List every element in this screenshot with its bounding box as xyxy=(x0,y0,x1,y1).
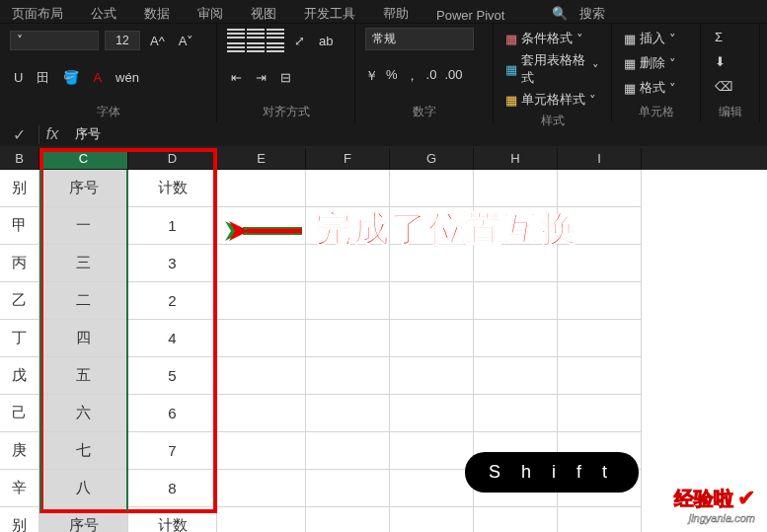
count-cell[interactable]: 1 xyxy=(128,207,217,245)
empty-cell[interactable] xyxy=(390,357,474,395)
empty-cell[interactable] xyxy=(558,170,642,207)
fx-icon[interactable]: fx xyxy=(39,125,65,143)
empty-cell[interactable] xyxy=(217,170,306,207)
empty-cell[interactable] xyxy=(390,320,474,357)
empty-cell[interactable] xyxy=(474,170,558,207)
row-label-cell[interactable]: 己 xyxy=(0,395,39,432)
sheet[interactable]: 别序号计数甲一1丙三3乙二2丁四4戊五5己六6庚七7辛八8 别序号计数 完成了位… xyxy=(0,170,767,532)
indent-dec-icon[interactable]: ⇤ xyxy=(227,68,246,87)
clear-button[interactable]: ⌫ xyxy=(711,77,749,96)
count-cell[interactable]: 3 xyxy=(128,245,217,282)
empty-cell[interactable] xyxy=(558,357,642,395)
formula-value[interactable]: 序号 xyxy=(65,125,101,143)
count-cell[interactable]: 7 xyxy=(128,432,217,470)
tab-layout[interactable]: 页面布局 xyxy=(4,5,71,23)
row-label-cell[interactable]: 别 xyxy=(0,507,39,532)
row-label-cell[interactable]: 庚 xyxy=(0,432,39,470)
fill-button[interactable]: ⬇ xyxy=(711,52,749,71)
seq-cell[interactable]: 七 xyxy=(39,432,128,470)
align-buttons[interactable] xyxy=(227,28,284,53)
empty-cell[interactable] xyxy=(474,507,558,532)
seq-cell[interactable]: 二 xyxy=(39,282,128,320)
format-button[interactable]: ▦ 格式 ˅ xyxy=(622,77,690,99)
empty-cell[interactable] xyxy=(306,357,390,395)
empty-cell[interactable] xyxy=(474,357,558,395)
count-cell[interactable]: 计数 xyxy=(128,507,217,532)
empty-cell[interactable] xyxy=(217,395,306,432)
seq-cell[interactable]: 序号 xyxy=(39,507,128,532)
decrease-decimal-button[interactable]: .00 xyxy=(444,67,462,85)
font-color-button[interactable]: A xyxy=(89,68,106,87)
empty-cell[interactable] xyxy=(558,320,642,357)
col-header-C[interactable]: C xyxy=(39,148,128,170)
tab-devtools[interactable]: 开发工具 xyxy=(296,5,363,23)
empty-cell[interactable] xyxy=(306,395,390,432)
count-cell[interactable]: 6 xyxy=(128,395,217,432)
count-cell[interactable]: 4 xyxy=(128,320,217,357)
empty-cell[interactable] xyxy=(217,470,306,507)
row-label-cell[interactable]: 乙 xyxy=(0,282,39,320)
empty-cell[interactable] xyxy=(390,507,474,532)
count-cell[interactable]: 计数 xyxy=(128,170,217,207)
empty-cell[interactable] xyxy=(306,320,390,357)
empty-cell[interactable] xyxy=(390,470,474,507)
table-format-button[interactable]: ▦套用表格格式 ˅ xyxy=(503,49,601,89)
grow-font-icon[interactable]: A^ xyxy=(146,32,169,50)
insert-button[interactable]: ▦ 插入 ˅ xyxy=(622,28,690,49)
tab-powerpivot[interactable]: Power Pivot xyxy=(428,8,512,23)
shrink-font-icon[interactable]: A˅ xyxy=(175,32,198,50)
search-box[interactable]: 🔍 搜索 xyxy=(544,5,621,23)
count-cell[interactable]: 8 xyxy=(128,470,217,507)
empty-cell[interactable] xyxy=(306,470,390,507)
delete-button[interactable]: ▦ 删除 ˅ xyxy=(622,52,690,74)
fill-color-button[interactable]: 🪣 xyxy=(59,68,83,87)
empty-cell[interactable] xyxy=(390,395,474,432)
indent-inc-icon[interactable]: ⇥ xyxy=(252,68,270,87)
count-cell[interactable]: 2 xyxy=(128,282,217,320)
empty-cell[interactable] xyxy=(306,507,390,532)
empty-cell[interactable] xyxy=(390,170,474,207)
font-selector[interactable]: ˅ xyxy=(10,31,99,50)
seq-cell[interactable]: 序号 xyxy=(39,170,128,207)
empty-cell[interactable] xyxy=(217,282,306,320)
cell-styles-button[interactable]: ▦单元格样式 ˅ xyxy=(503,89,601,111)
orientation-icon[interactable]: ⤢ xyxy=(290,32,309,50)
empty-cell[interactable] xyxy=(474,282,558,320)
row-label-cell[interactable]: 丙 xyxy=(0,245,39,282)
font-size-selector[interactable]: 12 xyxy=(105,31,140,50)
col-header-G[interactable]: G xyxy=(390,148,474,170)
empty-cell[interactable] xyxy=(217,507,306,532)
percent-button[interactable]: % xyxy=(386,67,398,85)
empty-cell[interactable] xyxy=(390,282,474,320)
col-header-I[interactable]: I xyxy=(558,148,642,170)
col-header-B[interactable]: B xyxy=(0,148,39,170)
border-button[interactable]: 田 xyxy=(33,67,53,89)
empty-cell[interactable] xyxy=(474,395,558,432)
empty-cell[interactable] xyxy=(306,282,390,320)
empty-cell[interactable] xyxy=(217,245,306,282)
empty-cell[interactable] xyxy=(390,432,474,470)
row-label-cell[interactable]: 甲 xyxy=(0,207,39,245)
empty-cell[interactable] xyxy=(217,320,306,357)
tab-help[interactable]: 帮助 xyxy=(375,5,417,23)
phonetic-button[interactable]: wén xyxy=(112,68,143,87)
col-header-H[interactable]: H xyxy=(474,148,558,170)
row-label-cell[interactable]: 丁 xyxy=(0,320,39,357)
col-header-F[interactable]: F xyxy=(306,148,390,170)
conditional-format-button[interactable]: ▦条件格式 ˅ xyxy=(503,28,601,49)
row-label-cell[interactable]: 戊 xyxy=(0,357,39,395)
empty-cell[interactable] xyxy=(306,170,390,207)
empty-cell[interactable] xyxy=(558,282,642,320)
empty-cell[interactable] xyxy=(217,357,306,395)
empty-cell[interactable] xyxy=(217,432,306,470)
underline-button[interactable]: U xyxy=(10,68,27,87)
wrap-text-button[interactable]: ab xyxy=(315,32,337,50)
tab-formula[interactable]: 公式 xyxy=(83,5,124,23)
seq-cell[interactable]: 八 xyxy=(39,470,128,507)
seq-cell[interactable]: 六 xyxy=(39,395,128,432)
currency-button[interactable]: ￥ xyxy=(365,67,378,85)
seq-cell[interactable]: 三 xyxy=(39,245,128,282)
empty-cell[interactable] xyxy=(558,395,642,432)
merge-button[interactable]: ⊟ xyxy=(276,68,295,87)
tab-view[interactable]: 视图 xyxy=(243,5,284,23)
